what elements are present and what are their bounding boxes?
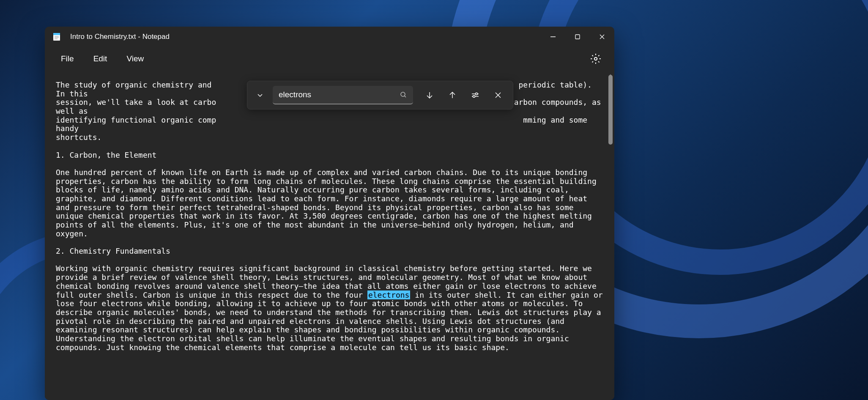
gear-icon <box>590 53 601 64</box>
find-input[interactable] <box>279 90 400 99</box>
editor-area[interactable]: The study of organic chemistry and perio… <box>45 71 614 400</box>
search-highlight: electrons <box>367 290 411 299</box>
menu-edit[interactable]: Edit <box>85 51 116 67</box>
find-next-button[interactable] <box>418 87 441 104</box>
vertical-scrollbar[interactable]: ▲ <box>608 75 613 396</box>
notepad-window: Intro to Chemistry.txt - Notepad File Ed… <box>45 27 614 400</box>
text-content[interactable]: The study of organic chemistry and perio… <box>45 71 614 362</box>
svg-rect-1 <box>53 33 60 35</box>
arrow-up-icon <box>448 90 457 100</box>
settings-button[interactable] <box>587 50 604 67</box>
svg-line-11 <box>405 96 406 98</box>
menu-view[interactable]: View <box>118 51 152 67</box>
chevron-down-icon <box>256 91 264 99</box>
find-input-wrapper <box>273 86 413 104</box>
maximize-button[interactable] <box>565 27 590 47</box>
find-bar <box>247 81 513 110</box>
menu-file[interactable]: File <box>52 51 82 67</box>
svg-point-9 <box>594 58 597 60</box>
scrollbar-thumb[interactable] <box>608 75 613 145</box>
svg-rect-6 <box>575 35 580 39</box>
find-previous-button[interactable] <box>441 87 464 104</box>
find-close-button[interactable] <box>487 87 509 104</box>
search-icon <box>400 91 407 99</box>
svg-point-15 <box>476 93 478 95</box>
window-title: Intro to Chemistry.txt - Notepad <box>70 33 541 41</box>
close-button[interactable] <box>590 27 614 47</box>
find-expand-button[interactable] <box>251 87 269 104</box>
close-icon <box>494 91 502 99</box>
arrow-down-icon <box>425 90 434 100</box>
minimize-button[interactable] <box>541 27 565 47</box>
titlebar[interactable]: Intro to Chemistry.txt - Notepad <box>45 27 614 47</box>
find-options-button[interactable] <box>464 87 487 104</box>
svg-point-17 <box>473 96 475 98</box>
notepad-icon <box>52 33 61 41</box>
sliders-icon <box>471 90 480 100</box>
menubar: File Edit View <box>45 47 614 71</box>
